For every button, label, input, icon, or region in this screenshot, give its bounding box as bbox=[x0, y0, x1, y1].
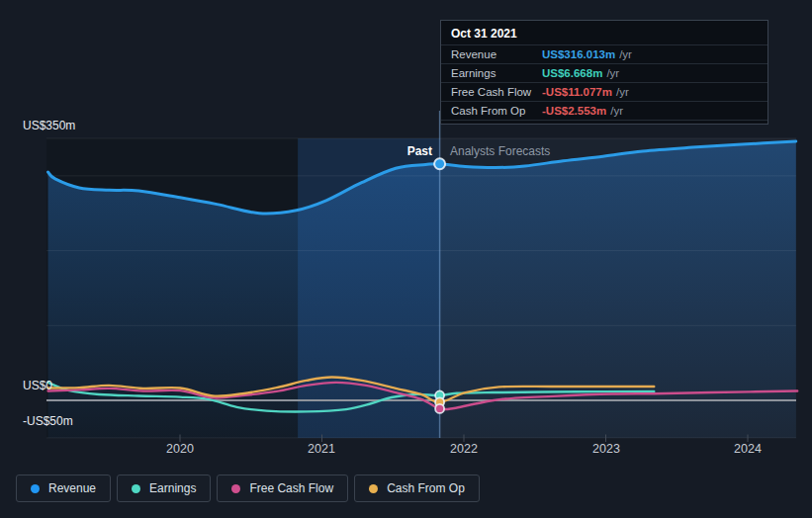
tooltip-row-suffix: /yr bbox=[606, 66, 619, 80]
legend-item-label: Revenue bbox=[48, 481, 96, 495]
free-cash-flow-marker-dot bbox=[435, 404, 444, 413]
x-axis-label-2021: 2021 bbox=[308, 442, 335, 456]
tooltip-row-label: Earnings bbox=[451, 66, 542, 80]
revenue-color-dot-icon bbox=[31, 484, 40, 493]
x-axis-label-2024: 2024 bbox=[734, 442, 762, 456]
legend-item-earnings[interactable]: Earnings bbox=[117, 475, 211, 502]
earnings-color-dot-icon bbox=[132, 484, 140, 493]
legend-item-label: Free Cash Flow bbox=[249, 481, 333, 495]
tooltip-row-suffix: /yr bbox=[616, 85, 629, 99]
tooltip-date: Oct 31 2021 bbox=[441, 21, 767, 44]
y-axis-label-neg50m: -US$50m bbox=[23, 414, 73, 428]
tooltip-row-label: Revenue bbox=[451, 47, 542, 61]
tooltip-row-label: Free Cash Flow bbox=[451, 85, 542, 99]
tooltip-row-free-cash-flow: Free Cash Flow -US$11.077m /yr bbox=[441, 82, 767, 101]
tooltip-row-value: -US$2.553m bbox=[542, 104, 606, 118]
free-cash-flow-color-dot-icon bbox=[231, 484, 240, 493]
tooltip-row-value: US$6.668m bbox=[542, 66, 602, 80]
x-axis-label-2020: 2020 bbox=[166, 442, 194, 456]
tooltip-row-cash-from-op: Cash From Op -US$2.553m /yr bbox=[441, 101, 767, 121]
tooltip-row-value: -US$11.077m bbox=[542, 85, 612, 99]
analysts-forecasts-zone-label: Analysts Forecasts bbox=[450, 144, 550, 158]
x-axis-label-2022: 2022 bbox=[450, 442, 478, 456]
tooltip-row-earnings: Earnings US$6.668m /yr bbox=[441, 63, 767, 82]
legend-item-revenue[interactable]: Revenue bbox=[16, 475, 111, 502]
tooltip-row-value: US$316.013m bbox=[542, 47, 615, 61]
past-zone-label: Past bbox=[0, 144, 432, 158]
legend-item-free-cash-flow[interactable]: Free Cash Flow bbox=[217, 475, 348, 502]
tooltip-row-label: Cash From Op bbox=[451, 104, 542, 118]
legend-item-label: Earnings bbox=[149, 481, 196, 495]
tooltip-row-suffix: /yr bbox=[619, 47, 632, 61]
cash-from-op-color-dot-icon bbox=[369, 484, 378, 493]
legend-item-label: Cash From Op bbox=[387, 481, 465, 495]
tooltip-row-suffix: /yr bbox=[610, 104, 623, 118]
legend: Revenue Earnings Free Cash Flow Cash Fro… bbox=[16, 475, 480, 502]
earnings-revenue-chart: US$350m US$0 -US$50m Past Analysts Forec… bbox=[0, 0, 812, 518]
legend-item-cash-from-op[interactable]: Cash From Op bbox=[354, 475, 480, 502]
x-axis-label-2023: 2023 bbox=[592, 442, 620, 456]
revenue-marker-dot bbox=[434, 158, 445, 169]
tooltip-row-revenue: Revenue US$316.013m /yr bbox=[441, 44, 767, 63]
y-axis-label-350m: US$350m bbox=[23, 119, 75, 132]
y-axis-label-0: US$0 bbox=[23, 379, 52, 392]
hover-tooltip: Oct 31 2021 Revenue US$316.013m /yr Earn… bbox=[440, 20, 768, 125]
